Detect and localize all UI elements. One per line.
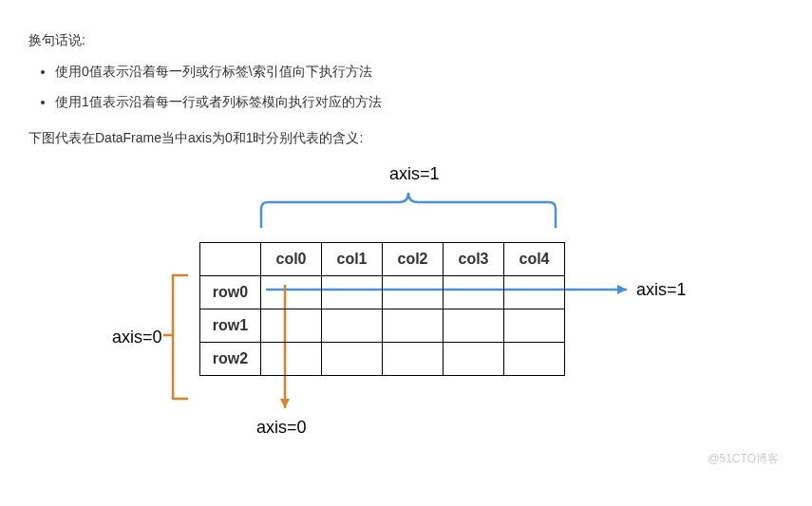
caption-text: 下图代表在DataFrame当中axis为0和1时分别代表的含义: <box>28 130 784 147</box>
bullet-item: 使用0值表示沿着每一列或行标签\索引值向下执行方法 <box>55 61 784 82</box>
corner-cell <box>200 242 261 275</box>
row-header: row0 <box>200 275 261 309</box>
axis0-label-bottom: axis=0 <box>256 418 307 438</box>
bullet-item: 使用1值表示沿着每一行或者列标签模向执行对应的方法 <box>55 91 784 112</box>
intro-text: 换句话说: <box>28 32 784 49</box>
axis0-label-left: axis=0 <box>112 328 162 347</box>
col-header: col1 <box>322 242 383 275</box>
watermark-text: @51CTO博客 <box>708 451 779 467</box>
axis1-label-right: axis=1 <box>636 280 687 300</box>
col-header: col0 <box>261 242 322 275</box>
svg-marker-3 <box>280 399 290 408</box>
bullet-list: 使用0值表示沿着每一列或行标签\索引值向下执行方法 使用1值表示沿着每一行或者列… <box>28 61 784 113</box>
col-header: col4 <box>504 242 565 275</box>
axis1-label-top: axis=1 <box>389 164 440 184</box>
row-header: row1 <box>200 309 261 342</box>
dataframe-table: col0 col1 col2 col3 col4 row0 row1 row2 <box>199 242 565 376</box>
row-header: row2 <box>200 342 261 375</box>
col-header: col3 <box>444 242 504 275</box>
col-header: col2 <box>383 242 444 275</box>
axis-diagram: col0 col1 col2 col3 col4 row0 row1 row2 … <box>28 157 788 475</box>
svg-marker-1 <box>617 285 627 294</box>
